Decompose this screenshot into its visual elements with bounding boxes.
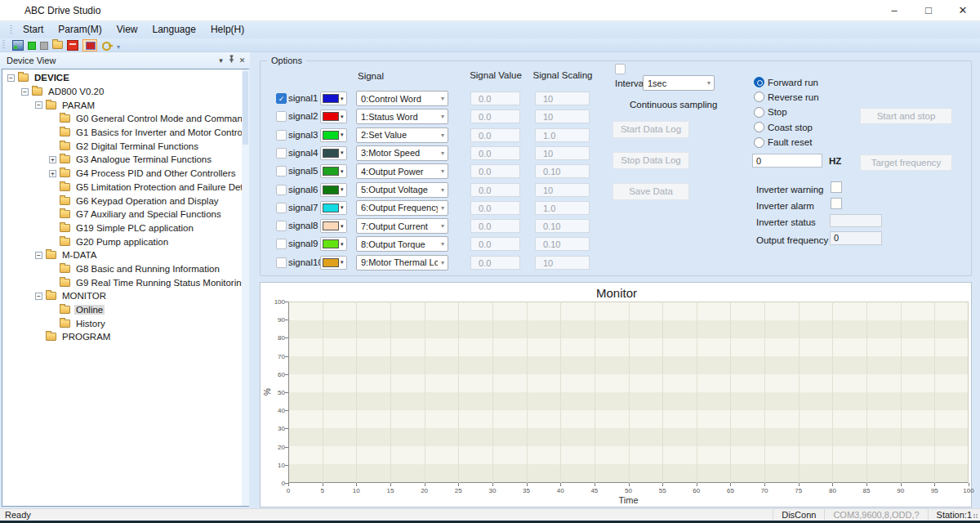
minimize-button[interactable]: – xyxy=(877,0,911,21)
radio-button[interactable] xyxy=(754,107,764,118)
interval-select[interactable]: 1sec ▾ xyxy=(643,75,715,91)
tree-label: G1 Basics for Inverter and Motor Control xyxy=(74,127,246,137)
menu-item-start[interactable]: Start xyxy=(16,21,51,38)
run-mode-stop[interactable]: Stop xyxy=(754,106,787,118)
color-dropdown[interactable]: ▾ xyxy=(320,183,347,197)
tree-item-ad800-v0-20[interactable]: −AD800 V0.20 xyxy=(2,85,248,99)
connect-icon[interactable] xyxy=(28,42,36,50)
radio-button[interactable] xyxy=(754,137,764,148)
folder-icon xyxy=(60,155,70,163)
tree-item-g3-analogue-terminal-functions[interactable]: +G3 Analogue Terminal Functions xyxy=(2,153,248,167)
tree-expand-icon[interactable]: − xyxy=(21,88,29,96)
signal-checkbox[interactable] xyxy=(276,111,287,122)
radio-button[interactable] xyxy=(754,92,764,102)
tree-item-device[interactable]: −DEVICE xyxy=(2,71,248,85)
tree-item-g6-keypad-operation-and-display[interactable]: G6 Keypad Operation and Display xyxy=(2,194,248,208)
color-dropdown[interactable]: ▾ xyxy=(320,146,347,160)
tree-item-g0-general-control-mode-and-commands[interactable]: G0 General Control Mode and Commands xyxy=(2,112,248,126)
menu-item-help-h[interactable]: Help(H) xyxy=(203,21,252,38)
signal-select[interactable]: 9:Motor Thermal Load▾ xyxy=(356,255,448,270)
signal-checkbox[interactable] xyxy=(276,166,287,177)
signal-checkbox[interactable] xyxy=(276,257,287,268)
tree-item-g5-limitation-protection-and-failure-detection[interactable]: G5 Limitation Protection and Failure Det… xyxy=(2,181,248,194)
signal-select[interactable]: 3:Motor Speed▾ xyxy=(356,145,448,161)
maximize-button[interactable]: □ xyxy=(911,0,946,21)
color-dropdown[interactable]: ▾ xyxy=(320,237,347,251)
help-key-icon[interactable] xyxy=(101,40,113,51)
tree-item-program[interactable]: PROGRAM xyxy=(2,330,248,344)
signal-checkbox[interactable] xyxy=(276,148,287,159)
tree-label: G0 General Control Mode and Commands xyxy=(74,114,249,123)
stop-data-log-button[interactable]: Stop Data Log xyxy=(612,152,689,169)
tree-expand-icon[interactable]: − xyxy=(7,74,15,82)
tree-expand-icon[interactable]: + xyxy=(49,156,56,163)
disconnect-icon[interactable] xyxy=(40,42,48,50)
signal-select[interactable]: 7:Output Current▾ xyxy=(356,218,448,234)
signal-checkbox[interactable] xyxy=(276,130,287,141)
open-icon[interactable] xyxy=(12,40,24,51)
signal-checkbox[interactable] xyxy=(276,185,287,195)
run-mode-reverse-run[interactable]: Reverse run xyxy=(754,91,819,103)
tree-scrollbar[interactable] xyxy=(242,69,249,506)
tree-expand-icon[interactable]: − xyxy=(35,101,42,109)
tree-item-param[interactable]: −PARAM xyxy=(2,98,248,112)
color-dropdown[interactable]: ▾ xyxy=(320,128,347,142)
monitor-icon[interactable] xyxy=(82,39,97,51)
signal-select[interactable]: 2:Set Value▾ xyxy=(356,127,448,143)
signal-select[interactable]: 4:Output Power▾ xyxy=(356,163,448,179)
close-panel-icon[interactable]: ✕ xyxy=(237,52,247,69)
tree-item-g9-real-time-running-status-monitoring[interactable]: G9 Real Time Running Status Monitoring xyxy=(2,275,248,289)
color-dropdown[interactable]: ▾ xyxy=(320,219,347,233)
tree-expand-icon[interactable]: + xyxy=(49,170,56,177)
tree-item-g19-simple-plc-application[interactable]: G19 Simple PLC application xyxy=(2,221,248,235)
tree-scrollbar-thumb[interactable] xyxy=(243,71,248,145)
tree-item-g7-auxiliary-and-special-functions[interactable]: G7 Auxiliary and Special Functions xyxy=(2,208,248,221)
signal-select[interactable]: 0:Control Word▾ xyxy=(356,91,448,106)
run-mode-coast-stop[interactable]: Coast stop xyxy=(754,121,813,133)
tree-expand-icon[interactable]: − xyxy=(35,252,42,259)
continuous-sampling-checkbox[interactable] xyxy=(615,64,626,74)
save-data-button[interactable]: Save Data xyxy=(612,183,689,200)
radio-button[interactable] xyxy=(754,122,764,132)
folder-icon[interactable] xyxy=(52,41,63,49)
signal-select[interactable]: 8:Output Torque▾ xyxy=(356,236,448,252)
signal-checkbox[interactable]: ✓ xyxy=(276,93,287,104)
tree-item-g20-pump-application[interactable]: G20 Pump application xyxy=(2,235,248,248)
tree-item-online[interactable]: Online xyxy=(2,303,248,317)
tree-expand-icon[interactable]: − xyxy=(35,293,42,300)
resize-grip[interactable] xyxy=(973,514,978,519)
radio-button[interactable] xyxy=(754,77,764,87)
signal-checkbox[interactable] xyxy=(276,221,287,231)
start-data-log-button[interactable]: Start Data Log xyxy=(612,121,689,138)
toolbar-overflow-icon[interactable]: ▾ xyxy=(117,43,120,51)
color-dropdown[interactable]: ▾ xyxy=(320,164,347,178)
tree-item-history[interactable]: History xyxy=(2,316,248,330)
tree-item-m-data[interactable]: −M-DATA xyxy=(2,248,248,262)
color-dropdown[interactable]: ▾ xyxy=(320,92,347,105)
signal-select[interactable]: 5:Output Voltage▾ xyxy=(356,182,448,198)
tree-item-g2-digital-terminal-functions[interactable]: G2 Digital Terminal Functions xyxy=(2,139,248,153)
signal-select[interactable]: 1:Status Word▾ xyxy=(356,109,448,124)
color-dropdown[interactable]: ▾ xyxy=(320,256,347,270)
tree-item-g8-basic-and-running-information[interactable]: G8 Basic and Running Information xyxy=(2,262,248,276)
menu-item-view[interactable]: View xyxy=(109,21,145,38)
tree-item-monitor[interactable]: −MONITOR xyxy=(2,289,248,303)
frequency-input[interactable] xyxy=(752,154,822,168)
run-mode-forward-run[interactable]: Forward run xyxy=(754,76,818,88)
target-frequency-button[interactable]: Target frequency xyxy=(860,154,952,171)
run-mode-fault-reset[interactable]: Fault reset xyxy=(754,136,812,149)
signal-select[interactable]: 6:Output Frequency▾ xyxy=(356,200,448,216)
chevron-down-icon[interactable]: ▾ xyxy=(216,52,226,69)
close-button[interactable]: ✕ xyxy=(946,0,980,21)
start-and-stop-button[interactable]: Start and stop xyxy=(860,108,952,124)
menu-item-language[interactable]: Language xyxy=(145,21,203,38)
pin-icon[interactable] xyxy=(226,52,237,69)
color-dropdown[interactable]: ▾ xyxy=(320,201,347,215)
tree-item-g4-process-pid-and-other-controllers[interactable]: +G4 Process PID and Other Controllers xyxy=(2,167,248,181)
signal-checkbox[interactable] xyxy=(276,203,287,213)
device-display-icon[interactable] xyxy=(67,40,78,51)
menu-item-param-m[interactable]: Param(M) xyxy=(51,21,109,38)
signal-checkbox[interactable] xyxy=(276,239,287,249)
tree-item-g1-basics-for-inverter-and-motor-control[interactable]: G1 Basics for Inverter and Motor Control xyxy=(2,126,248,140)
color-dropdown[interactable]: ▾ xyxy=(320,110,347,123)
